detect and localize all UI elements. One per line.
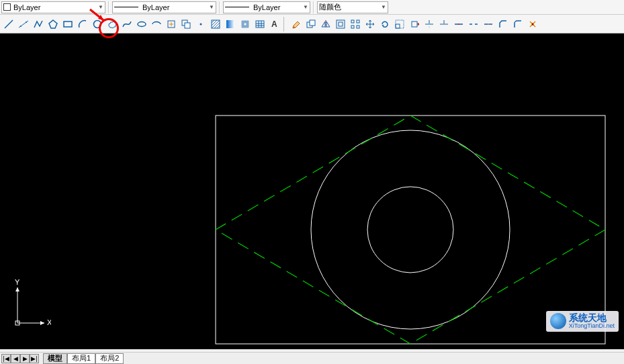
lineweight-preview-icon <box>225 7 249 7</box>
drawn-circle <box>311 130 510 329</box>
color-value: 随颜色 <box>319 2 341 12</box>
watermark: 系统天地 XiTongTianDi.net <box>546 311 619 332</box>
separator <box>313 1 314 13</box>
make-block-button[interactable] <box>179 17 193 32</box>
ellipse-arc-button[interactable] <box>149 17 164 32</box>
scale-icon <box>394 19 405 30</box>
tab-nav-prev[interactable]: ◀ <box>11 354 20 363</box>
svg-rect-22 <box>351 20 354 23</box>
layout-tab[interactable]: 布局1 <box>67 353 95 364</box>
ucs-icon: X Y <box>11 279 51 333</box>
svg-rect-25 <box>357 26 359 28</box>
gradient-button[interactable] <box>223 17 238 32</box>
drawn-diamond <box>216 116 605 344</box>
svg-rect-29 <box>412 21 417 27</box>
join-icon <box>483 19 494 30</box>
separator <box>219 1 220 13</box>
globe-icon <box>550 313 566 329</box>
color-dropdown[interactable]: 随颜色 ▼ <box>317 1 388 13</box>
tab-nav-next[interactable]: ▶ <box>20 354 30 363</box>
join-button[interactable] <box>481 17 496 32</box>
tab-nav-last[interactable]: ▶| <box>30 354 39 363</box>
spline-button[interactable] <box>120 17 134 32</box>
move-button[interactable] <box>363 17 377 32</box>
svg-marker-35 <box>40 321 44 325</box>
table-button[interactable] <box>253 17 267 32</box>
svg-point-3 <box>26 21 27 23</box>
svg-marker-4 <box>49 20 57 28</box>
move-icon <box>365 19 375 30</box>
hatch-button[interactable] <box>208 17 223 32</box>
mtext-button[interactable]: A <box>267 17 282 32</box>
break-at-point-button[interactable] <box>451 17 466 32</box>
circle-icon <box>92 19 103 30</box>
svg-line-1 <box>19 21 28 28</box>
lineweight-value: ByLayer <box>253 3 280 11</box>
array-icon <box>350 19 361 30</box>
svg-rect-21 <box>339 22 343 26</box>
svg-marker-37 <box>15 287 19 291</box>
point-icon <box>195 19 206 30</box>
toolbar-separator <box>283 17 287 32</box>
table-icon <box>255 19 265 30</box>
arc-button[interactable] <box>75 17 90 32</box>
layer-dropdown[interactable]: ByLayer ▼ <box>1 1 105 13</box>
erase-button[interactable] <box>289 17 304 32</box>
break-button[interactable] <box>466 17 481 32</box>
trim-button[interactable] <box>422 17 437 32</box>
svg-point-31 <box>532 23 534 25</box>
insert-block-button[interactable] <box>164 17 179 32</box>
mirror-button[interactable] <box>318 17 333 32</box>
circle-button[interactable] <box>90 17 105 32</box>
layout-tab[interactable]: 布局2 <box>95 353 124 364</box>
rectangle-button[interactable] <box>60 17 75 32</box>
copy-button[interactable] <box>304 17 318 32</box>
fillet-button[interactable] <box>510 17 525 32</box>
insert-block-icon <box>166 19 177 30</box>
svg-point-11 <box>200 23 202 25</box>
offset-button[interactable] <box>333 17 348 32</box>
tab-nav-first[interactable]: |◀ <box>1 354 11 363</box>
chevron-down-icon: ▼ <box>209 4 214 10</box>
polyline-button[interactable] <box>31 17 46 32</box>
region-icon <box>240 19 251 30</box>
rotate-button[interactable] <box>377 17 392 32</box>
construction-line-button[interactable] <box>16 17 31 32</box>
extend-button[interactable] <box>437 17 451 32</box>
ellipse-arc-icon <box>151 19 162 30</box>
rectangle-icon <box>62 19 73 30</box>
svg-marker-26 <box>382 25 384 26</box>
main-toolbar: A <box>0 15 624 34</box>
point-button[interactable] <box>193 17 208 32</box>
linetype-value: ByLayer <box>142 3 169 11</box>
ellipse-button[interactable] <box>134 17 149 32</box>
stretch-button[interactable] <box>407 17 422 32</box>
svg-point-6 <box>94 20 101 28</box>
svg-marker-19 <box>326 21 330 27</box>
svg-rect-14 <box>256 21 264 28</box>
chamfer-button[interactable] <box>496 17 510 32</box>
polygon-icon <box>48 19 58 30</box>
revision-cloud-button[interactable] <box>105 17 120 32</box>
drawing-canvas[interactable]: X Y 系统天地 XiTongTianDi.net <box>0 34 624 349</box>
layer-swatch-icon <box>3 3 11 11</box>
gradient-icon <box>225 19 236 30</box>
rotate-icon <box>380 19 390 30</box>
chevron-down-icon: ▼ <box>381 4 386 10</box>
layout-tab[interactable]: 模型 <box>43 353 67 364</box>
line-button[interactable] <box>1 17 16 32</box>
svg-rect-23 <box>357 20 359 23</box>
explode-button[interactable] <box>525 17 540 32</box>
svg-rect-17 <box>310 20 315 26</box>
scale-button[interactable] <box>392 17 407 32</box>
chevron-down-icon: ▼ <box>303 4 308 10</box>
svg-rect-10 <box>185 23 190 28</box>
region-button[interactable] <box>238 17 253 32</box>
lineweight-dropdown[interactable]: ByLayer ▼ <box>223 1 310 13</box>
polygon-button[interactable] <box>46 17 60 32</box>
offset-icon <box>335 19 346 30</box>
spline-icon <box>122 19 132 30</box>
array-button[interactable] <box>348 17 363 32</box>
linetype-dropdown[interactable]: ByLayer ▼ <box>112 1 216 13</box>
ucs-y-label: Y <box>15 279 20 286</box>
